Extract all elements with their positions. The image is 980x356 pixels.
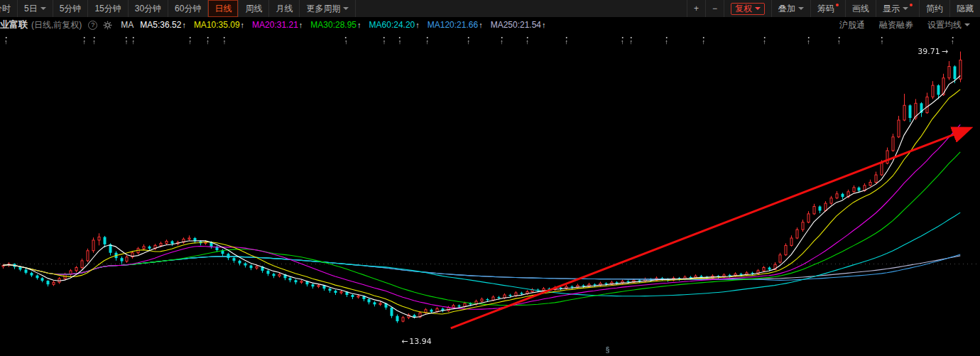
period-tab-5[interactable]: 60分钟 <box>168 0 208 17</box>
period-tab-label: 5日 <box>24 3 38 15</box>
period-tab-3[interactable]: 15分钟 <box>88 0 128 17</box>
chips-button[interactable]: 筹码 <box>810 0 845 17</box>
ma-readout: MA60:24.20↑ <box>369 20 420 30</box>
event-marker-icon[interactable]: ↑ <box>621 37 624 45</box>
event-marker-icon[interactable]: ↑ <box>344 37 348 45</box>
event-marker-icon[interactable]: ↑ <box>92 37 96 45</box>
event-marker-icon[interactable]: ↑ <box>125 37 129 45</box>
chevron-down-icon <box>40 7 46 10</box>
zoom-out-label: − <box>712 4 717 14</box>
hu-gu-tong-link[interactable]: 沪股通 <box>839 19 865 31</box>
event-marker-icon[interactable]: ↑ <box>206 37 209 45</box>
period-tab-label: 分时 <box>0 3 11 15</box>
ma-settings-link[interactable]: 设置均线 <box>927 19 970 31</box>
display-button[interactable]: 显示 <box>876 0 919 17</box>
up-arrow-icon: ↑ <box>299 21 303 29</box>
chips-label: 筹码 <box>817 3 834 15</box>
period-tab-2[interactable]: 5分钟 <box>53 0 89 17</box>
display-label: 显示 <box>883 3 900 15</box>
event-marker-icon[interactable]: ↑ <box>188 37 192 45</box>
period-tab-4[interactable]: 30分钟 <box>129 0 168 17</box>
period-tab-label: 5分钟 <box>60 3 82 15</box>
period-tab-6[interactable]: 日线 <box>208 0 239 17</box>
up-arrow-icon: ↑ <box>182 21 186 29</box>
period-tab-label: 30分钟 <box>135 3 161 15</box>
event-marker-icon[interactable]: ↑ <box>82 37 86 45</box>
high-price-label: 39.71 → <box>918 47 949 56</box>
period-tab-0[interactable]: 分时 <box>0 0 18 17</box>
margin-trading-link[interactable]: 融资融券 <box>879 19 913 31</box>
period-tab-label: 更多周期 <box>306 3 340 15</box>
event-marker-icon[interactable]: ↑ <box>807 37 810 45</box>
ma-readouts: MA5:36.52↑MA10:35.09↑MA20:31.21↑MA30:28.… <box>140 20 553 30</box>
event-markers-row: ↑↑↑↑↑↑↑↑↑↑↑↑↑↑↑↑↑↑↑↑↑↑↑↑↑ <box>0 37 980 48</box>
event-marker-icon[interactable]: ↑ <box>565 37 568 45</box>
up-arrow-icon: ↑ <box>357 21 361 29</box>
period-tabs: 分时5日5分钟15分钟30分钟60分钟日线周线月线更多周期 <box>0 0 356 17</box>
draw-line-label: 画线 <box>852 3 869 15</box>
chevron-down-icon <box>755 7 761 10</box>
infobar-right-links: 沪股通 融资融券 设置均线 <box>825 19 980 31</box>
hide-label: 隐藏 <box>957 3 974 15</box>
ma-readout: MA30:28.95↑ <box>310 20 361 30</box>
period-tab-label: 周线 <box>245 3 262 15</box>
event-marker-icon[interactable]: ↑ <box>951 37 954 45</box>
ma-readout: MA20:31.21↑ <box>252 20 303 30</box>
event-marker-icon[interactable]: ↑ <box>702 37 706 45</box>
overlay-label: 叠加 <box>778 3 795 15</box>
notification-dot-icon <box>836 4 839 6</box>
up-arrow-icon: ↑ <box>415 21 420 29</box>
arrow-right-icon: → <box>942 47 948 56</box>
bottom-event-marker[interactable]: § <box>606 346 610 354</box>
period-tab-1[interactable]: 5日 <box>18 0 53 17</box>
up-arrow-icon: ↑ <box>479 21 483 29</box>
chart-info-bar: 工业富联 (日线,前复权) ? MA MA5:36.52↑MA10:35.09↑… <box>0 17 980 33</box>
ma-indicator-label[interactable]: MA <box>121 20 134 30</box>
ma-readout: MA120:21.66↑ <box>428 20 483 30</box>
event-marker-icon[interactable]: ↑ <box>425 37 429 45</box>
overlay-button[interactable]: 叠加 <box>771 0 810 17</box>
event-marker-icon[interactable]: ↑ <box>131 37 135 45</box>
period-tab-7[interactable]: 周线 <box>239 0 269 17</box>
period-tab-8[interactable]: 月线 <box>269 0 300 17</box>
ma-readout: MA10:35.09↑ <box>194 20 244 30</box>
event-marker-icon[interactable]: ↑ <box>4 37 8 45</box>
chevron-down-icon <box>343 7 349 10</box>
help-icon[interactable]: ? <box>88 21 97 30</box>
main-chart-area[interactable]: ↑↑↑↑↑↑↑↑↑↑↑↑↑↑↑↑↑↑↑↑↑↑↑↑↑ 39.71 → ← 13.9… <box>0 33 980 356</box>
gear-icon[interactable] <box>103 21 112 30</box>
zoom-out-button[interactable]: − <box>705 0 724 17</box>
zoom-in-button[interactable]: + <box>687 0 705 17</box>
chevron-down-icon <box>964 23 970 26</box>
up-arrow-icon: ↑ <box>241 21 245 29</box>
adjust-price-button[interactable]: 复权 <box>724 0 771 17</box>
event-marker-icon[interactable]: ↑ <box>500 37 503 45</box>
toolbar: 分时5日5分钟15分钟30分钟60分钟日线周线月线更多周期 + − 复权 叠加 … <box>0 0 980 17</box>
event-marker-icon[interactable]: ↑ <box>223 37 227 45</box>
period-tab-label: 60分钟 <box>175 3 201 15</box>
event-marker-icon[interactable]: ↑ <box>526 37 529 45</box>
chart-period-desc: (日线,前复权) <box>31 19 82 31</box>
adjust-price-label: 复权 <box>735 3 752 15</box>
event-marker-icon[interactable]: ↑ <box>629 37 633 45</box>
event-marker-icon[interactable]: ↑ <box>837 37 841 45</box>
simple-mode-button[interactable]: 简约 <box>919 0 949 17</box>
period-tab-label: 15分钟 <box>94 3 121 15</box>
toolbar-right-tools: + − 复权 叠加 筹码 画线 显示 简约 <box>687 0 980 17</box>
event-marker-icon[interactable]: ↑ <box>881 37 884 45</box>
period-tab-9[interactable]: 更多周期 <box>300 0 356 17</box>
ma-settings-label: 设置均线 <box>927 19 962 31</box>
notification-dot-icon <box>910 4 913 6</box>
event-marker-icon[interactable]: ↑ <box>398 37 402 45</box>
draw-line-button[interactable]: 画线 <box>845 0 876 17</box>
chevron-down-icon <box>903 7 908 10</box>
low-price-label: ← 13.94 <box>400 337 432 346</box>
event-marker-icon[interactable]: ↑ <box>383 37 386 45</box>
stock-name: 工业富联 <box>0 18 28 31</box>
candlestick-chart-canvas[interactable] <box>0 33 980 356</box>
event-marker-icon[interactable]: ↑ <box>467 37 470 45</box>
event-marker-icon[interactable]: ↑ <box>665 37 668 45</box>
hide-button[interactable]: 隐藏 <box>949 0 980 17</box>
event-marker-icon[interactable]: ↑ <box>763 37 766 45</box>
period-tab-label: 日线 <box>214 3 232 15</box>
